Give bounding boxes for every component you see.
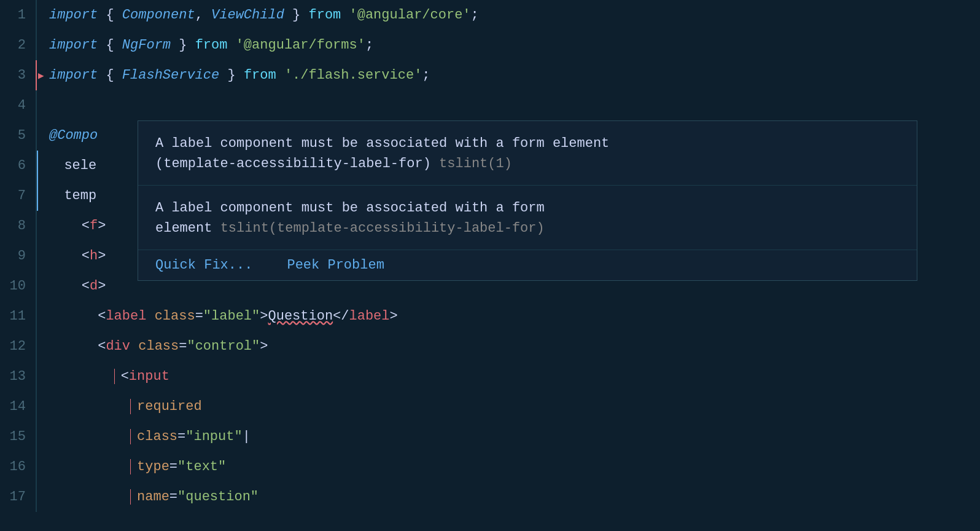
error-arrow-icon: ▶ bbox=[38, 69, 44, 82]
line-number-3: 3 bbox=[0, 60, 37, 90]
line-number-1: 1 bbox=[0, 0, 37, 30]
line-12: 12 <div class="control"> bbox=[0, 331, 980, 361]
quick-fix-button[interactable]: Quick Fix... bbox=[138, 250, 270, 280]
line-2: 2 import { NgForm } from '@angular/forms… bbox=[0, 30, 980, 60]
line-number-8: 8 bbox=[0, 211, 37, 241]
line-content-17: name="question" bbox=[37, 482, 980, 512]
tooltip-text2-line2-plain: element bbox=[155, 221, 220, 236]
line-number-4: 4 bbox=[0, 90, 37, 120]
line-17: 17 name="question" bbox=[0, 482, 980, 512]
line-number-7: 7 bbox=[0, 181, 37, 211]
tooltip-section-1: A label component must be associated wit… bbox=[138, 121, 917, 186]
line-content-11: <label class="label">Question</label> bbox=[37, 301, 980, 331]
line-number-13: 13 bbox=[0, 361, 37, 391]
peek-problem-button[interactable]: Peek Problem bbox=[270, 250, 401, 280]
line-number-17: 17 bbox=[0, 482, 37, 512]
line-number-12: 12 bbox=[0, 331, 37, 361]
line-number-5: 5 bbox=[0, 120, 37, 151]
line-content-1: import { Component, ViewChild } from '@a… bbox=[37, 0, 980, 30]
line-number-9: 9 bbox=[0, 241, 37, 271]
tooltip-message-2: A label component must be associated wit… bbox=[155, 198, 900, 238]
line-3: 3 ▶ import { FlashService } from './flas… bbox=[0, 60, 980, 90]
line-content-12: <div class="control"> bbox=[37, 331, 980, 361]
line-content-15: class="input"| bbox=[37, 422, 980, 452]
code-editor: 1 import { Component, ViewChild } from '… bbox=[0, 0, 980, 531]
tooltip-text2-line1: A label component must be associated wit… bbox=[155, 200, 545, 216]
tooltip-message-1: A label component must be associated wit… bbox=[155, 133, 900, 174]
line-content-2: import { NgForm } from '@angular/forms'; bbox=[37, 30, 980, 60]
line-4: 4 bbox=[0, 90, 980, 120]
line-number-14: 14 bbox=[0, 391, 37, 422]
line-number-10: 10 bbox=[0, 271, 37, 301]
tooltip-text-line2-plain: (template-accessibility-label-for) bbox=[155, 156, 431, 171]
line-11: 11 <label class="label">Question</label> bbox=[0, 301, 980, 331]
tooltip-actions: Quick Fix... Peek Problem bbox=[138, 250, 917, 280]
line-number-2: 2 bbox=[0, 30, 37, 60]
keyword-import: import bbox=[49, 7, 98, 23]
line-content-14: required bbox=[37, 391, 980, 422]
line-content-16: type="text" bbox=[37, 452, 980, 482]
tooltip-text-line2-mono: tslint(1) bbox=[431, 156, 512, 171]
line-15: 15 class="input"| bbox=[0, 422, 980, 452]
line-1: 1 import { Component, ViewChild } from '… bbox=[0, 0, 980, 30]
line-13: 13 <input bbox=[0, 361, 980, 391]
tooltip-text-line1: A label component must be associated wit… bbox=[155, 136, 609, 151]
line-16: 16 type="text" bbox=[0, 452, 980, 482]
line-number-11: 11 bbox=[0, 301, 37, 331]
tooltip-section-2: A label component must be associated wit… bbox=[138, 186, 917, 250]
tooltip-text2-line2-mono: tslint(template-accessibility-label-for) bbox=[220, 221, 545, 236]
line-content-13: <input bbox=[37, 361, 980, 391]
line-number-16: 16 bbox=[0, 452, 37, 482]
lint-tooltip-panel: A label component must be associated wit… bbox=[138, 120, 917, 281]
line-14: 14 required bbox=[0, 391, 980, 422]
line-content-4 bbox=[37, 90, 980, 120]
line-number-6: 6 bbox=[0, 151, 37, 181]
line-content-3: import { FlashService } from './flash.se… bbox=[37, 60, 980, 90]
line-number-15: 15 bbox=[0, 422, 37, 452]
